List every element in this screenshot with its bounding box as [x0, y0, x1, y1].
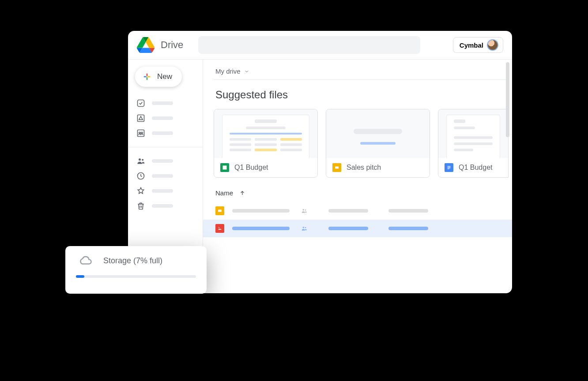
- svg-point-11: [303, 209, 305, 211]
- file-label: Q1 Budget: [234, 164, 268, 172]
- name-column-header: Name: [215, 189, 233, 197]
- suggested-card-doc[interactable]: Q1 Budget: [438, 109, 509, 178]
- app-title: Drive: [161, 39, 183, 51]
- svg-rect-9: [335, 167, 339, 169]
- header: Drive Cymbal: [128, 31, 512, 60]
- sidebar-item-computers[interactable]: [135, 126, 198, 141]
- table-header[interactable]: Name: [215, 189, 512, 197]
- search-input[interactable]: [198, 36, 420, 54]
- file-label: Q1 Budget: [459, 164, 493, 172]
- docs-icon: [445, 163, 453, 172]
- storage-bar: [76, 275, 196, 278]
- sidebar-item-starred[interactable]: [135, 183, 198, 198]
- breadcrumb[interactable]: My drive: [214, 67, 506, 80]
- breadcrumb-label: My drive: [215, 67, 241, 75]
- slides-icon: [332, 163, 341, 172]
- svg-rect-1: [138, 100, 144, 107]
- table-row[interactable]: [203, 202, 512, 220]
- chevron-down-icon: [244, 69, 249, 74]
- svg-rect-10: [218, 210, 222, 212]
- storage-card[interactable]: Storage (7% full): [65, 246, 207, 294]
- svg-point-12: [305, 209, 306, 211]
- avatar[interactable]: [487, 39, 498, 51]
- scrollbar[interactable]: [506, 62, 509, 137]
- svg-point-6: [139, 158, 141, 161]
- suggested-cards: Q1 Budget: [214, 109, 512, 178]
- org-name: Cymbal: [460, 41, 483, 49]
- cloud-icon: [76, 254, 95, 267]
- file-label: Sales pitch: [347, 164, 381, 172]
- storage-fill: [76, 275, 84, 278]
- storage-label: Storage (7% full): [103, 256, 162, 265]
- sidebar-item-shared[interactable]: [135, 153, 198, 168]
- sort-asc-icon: [239, 190, 245, 196]
- svg-rect-3: [138, 130, 144, 137]
- drive-triangle-icon: [136, 113, 146, 123]
- svg-point-13: [219, 227, 219, 228]
- drive-logo-icon: [137, 37, 155, 53]
- suggested-title: Suggested files: [215, 89, 512, 101]
- sidebar-item-mydrive[interactable]: [135, 111, 198, 126]
- main-content: My drive Suggested files: [203, 60, 512, 293]
- svg-point-4: [139, 132, 140, 134]
- image-icon: [215, 224, 224, 233]
- org-badge[interactable]: Cymbal: [453, 37, 503, 53]
- sidebar-item-trash[interactable]: [135, 198, 198, 213]
- plus-icon: [142, 72, 152, 82]
- svg-point-15: [305, 227, 306, 228]
- new-button[interactable]: New: [135, 67, 182, 87]
- star-icon: [136, 186, 146, 196]
- people-icon: [300, 208, 308, 214]
- slides-icon: [215, 206, 224, 215]
- svg-point-14: [303, 227, 305, 228]
- sidebar-item-priority[interactable]: [135, 96, 198, 111]
- suggested-card-slide[interactable]: Sales pitch: [326, 109, 430, 178]
- shared-drives-icon: [136, 128, 146, 138]
- people-icon: [136, 156, 146, 166]
- svg-point-7: [142, 159, 143, 161]
- check-square-icon: [136, 98, 146, 108]
- new-button-label: New: [157, 72, 172, 81]
- people-icon: [300, 225, 308, 232]
- suggested-card-sheet[interactable]: Q1 Budget: [214, 109, 318, 178]
- sheets-icon: [220, 163, 229, 172]
- clock-icon: [136, 171, 146, 181]
- table-row[interactable]: [203, 220, 512, 237]
- svg-point-5: [141, 132, 143, 134]
- sidebar-item-recent[interactable]: [135, 168, 198, 183]
- trash-icon: [136, 201, 146, 211]
